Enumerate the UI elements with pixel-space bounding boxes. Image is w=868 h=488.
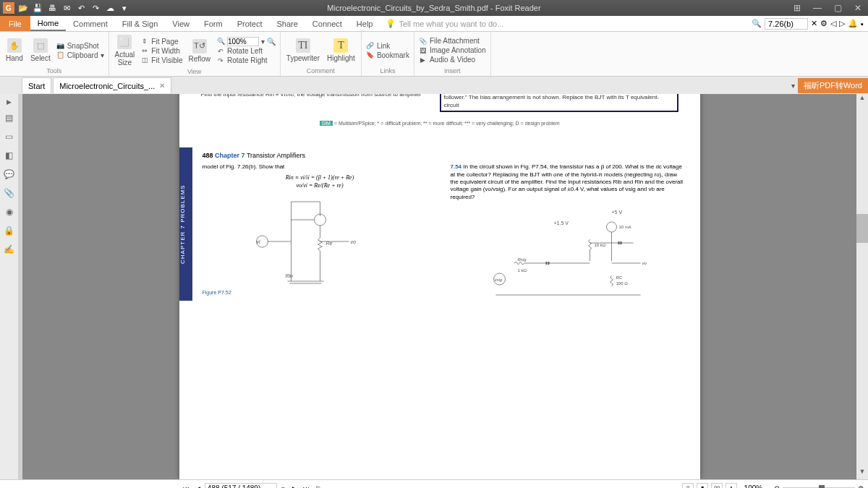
tab-comment[interactable]: Comment bbox=[66, 16, 115, 31]
pdf-convert-button[interactable]: 福昕PDF转Word bbox=[798, 78, 868, 93]
view-continuous-icon[interactable]: ▮ bbox=[697, 483, 708, 489]
tab-home[interactable]: Home bbox=[30, 16, 66, 31]
tab-protect[interactable]: Protect bbox=[230, 16, 270, 31]
tab-fill-sign[interactable]: Fill & Sign bbox=[115, 16, 166, 31]
last-page-icon[interactable]: ⏭ bbox=[302, 485, 312, 489]
rail-comments-icon[interactable]: 💬 bbox=[3, 168, 16, 181]
scroll-down-icon[interactable]: ▼ bbox=[856, 468, 868, 479]
grid-icon[interactable]: ⊞ bbox=[790, 3, 804, 13]
doc-tab-active[interactable]: Microelectronic_Circuits_... ✕ bbox=[53, 77, 171, 93]
chapter-side-tab: CHAPTER 7 PROBLEMS bbox=[179, 147, 192, 301]
rotate-left-label: Rotate Left bbox=[227, 47, 263, 55]
chapter-title: Transistor Amplifiers bbox=[247, 152, 305, 159]
hand-tool[interactable]: ✋ Hand bbox=[4, 37, 25, 64]
minimize-button[interactable]: — bbox=[810, 3, 825, 13]
rail-layers-icon[interactable]: ◧ bbox=[3, 149, 16, 162]
page-input[interactable] bbox=[205, 483, 277, 488]
select-icon: ⬚ bbox=[33, 38, 48, 53]
scrollbar-track[interactable] bbox=[856, 106, 868, 468]
qat-dropdown-icon[interactable]: ▾ bbox=[119, 2, 130, 14]
qat-email-icon[interactable]: ✉ bbox=[61, 2, 72, 14]
collapse-ribbon-icon[interactable]: ▪ bbox=[861, 20, 864, 28]
find-input[interactable] bbox=[765, 18, 808, 30]
svg-text:10 kΩ: 10 kΩ bbox=[594, 243, 605, 247]
reflow-button[interactable]: T↺ Reflow bbox=[187, 38, 212, 64]
file-attachment-button[interactable]: 📎File Attachment bbox=[419, 37, 486, 46]
fit-visible-button[interactable]: ◫Fit Visible bbox=[140, 56, 182, 64]
rail-attachments-icon[interactable]: 📎 bbox=[3, 187, 16, 200]
tab-view[interactable]: View bbox=[165, 16, 197, 31]
zoom-in-icon[interactable]: ⊕ bbox=[858, 484, 864, 488]
actual-size-button[interactable]: ⬜ Actual Size bbox=[114, 33, 137, 68]
svg-text:vi: vi bbox=[256, 239, 260, 244]
qat-print-icon[interactable]: 🖶 bbox=[46, 2, 58, 14]
dropdown-icon[interactable]: ▾ bbox=[791, 82, 795, 90]
tab-share[interactable]: Share bbox=[269, 16, 305, 31]
rotate-right-button[interactable]: ↷Rotate Right bbox=[216, 56, 276, 65]
find-next-icon[interactable]: ▷ bbox=[839, 19, 845, 28]
qat-cloud-icon[interactable]: ☁ bbox=[104, 2, 116, 14]
tab-connect[interactable]: Connect bbox=[305, 16, 349, 31]
rail-stamps-icon[interactable]: ◉ bbox=[3, 205, 16, 218]
view-book-icon[interactable]: ⫿ bbox=[726, 483, 737, 489]
link-button[interactable]: 🔗Link bbox=[366, 41, 409, 50]
bookmark-button[interactable]: 🔖Bookmark bbox=[366, 51, 409, 59]
actual-size-icon: ⬜ bbox=[117, 35, 132, 49]
typewriter-icon: TI bbox=[296, 38, 310, 53]
bell-icon[interactable]: 🔔 bbox=[848, 19, 858, 28]
rail-pages-icon[interactable]: ▤ bbox=[3, 111, 16, 124]
page-dropdown-icon[interactable]: ▾ bbox=[278, 485, 289, 489]
close-tab-icon[interactable]: ✕ bbox=[159, 82, 165, 90]
first-page-icon[interactable]: ⏮ bbox=[182, 485, 192, 489]
reflow-label: Reflow bbox=[188, 55, 210, 63]
file-tab[interactable]: File bbox=[0, 16, 30, 31]
scroll-up-icon[interactable]: ▲ bbox=[856, 94, 868, 106]
rail-signatures-icon[interactable]: ✍ bbox=[3, 243, 16, 256]
actual-size-label: Actual Size bbox=[115, 51, 135, 67]
equation-1: Rin ≡ vi/ii = (β + 1)(re + Re) bbox=[203, 174, 438, 181]
qat-save-icon[interactable]: 💾 bbox=[32, 2, 43, 14]
qat-open-icon[interactable]: 📂 bbox=[17, 2, 29, 14]
sim-note: = Multisim/PSpice; * = difficult problem… bbox=[334, 121, 560, 126]
zoom-out-icon[interactable]: −⊖ bbox=[770, 484, 780, 488]
svg-text:+1.5 V: +1.5 V bbox=[553, 221, 569, 226]
view-facing-icon[interactable]: ▯▯ bbox=[711, 483, 723, 489]
typewriter-button[interactable]: TI Typewriter bbox=[285, 37, 321, 64]
qat-redo-icon[interactable]: ↷ bbox=[90, 2, 101, 14]
doc-tab-start[interactable]: Start bbox=[22, 77, 51, 93]
scrollbar-thumb[interactable] bbox=[856, 214, 868, 243]
gear-icon[interactable]: ⚙ bbox=[820, 19, 827, 28]
find-prev-icon[interactable]: ◁ bbox=[830, 19, 836, 28]
select-tool[interactable]: ⬚ Select bbox=[29, 37, 52, 64]
tellme-search[interactable]: 💡 Tell me what you want to do... bbox=[386, 19, 503, 28]
fit-page-button[interactable]: ⇕Fit Page bbox=[140, 37, 182, 46]
tab-help[interactable]: Help bbox=[349, 16, 380, 31]
tab-form[interactable]: Form bbox=[197, 16, 230, 31]
rotate-left-button[interactable]: ↶Rotate Left bbox=[216, 47, 276, 56]
clipboard-button[interactable]: 📋Clipboard ▾ bbox=[56, 51, 104, 59]
rail-collapse-icon[interactable]: ▶ bbox=[7, 98, 12, 106]
rail-bookmarks-icon[interactable]: ▭ bbox=[3, 130, 16, 143]
view-single-icon[interactable]: ▯ bbox=[682, 483, 694, 489]
highlight-button[interactable]: T Highlight bbox=[326, 37, 357, 64]
fit-visible-icon: ◫ bbox=[140, 56, 149, 64]
rail-security-icon[interactable]: 🔒 bbox=[3, 224, 16, 237]
snapshot-button[interactable]: 📷SnapShot bbox=[56, 41, 104, 50]
next-page-icon[interactable]: ▶ bbox=[290, 485, 300, 489]
fit-width-button[interactable]: ⇔Fit Width bbox=[140, 46, 182, 55]
search-icon[interactable]: 🔍 bbox=[752, 19, 762, 28]
zoom-thumb[interactable] bbox=[819, 485, 825, 488]
zoom-value-input[interactable] bbox=[227, 37, 259, 46]
qat-undo-icon[interactable]: ↶ bbox=[75, 2, 87, 14]
page-extra-icon[interactable]: ⎘ bbox=[313, 485, 323, 489]
image-annotation-button[interactable]: 🖼Image Annotation bbox=[419, 46, 486, 55]
find-close-icon[interactable]: ✕ bbox=[811, 19, 817, 28]
svg-point-18 bbox=[606, 222, 616, 232]
circuit-figure-right: +5 V +1.5 V 10 mA 10 kΩ bbox=[451, 207, 686, 301]
audio-video-button[interactable]: ▶Audio & Video bbox=[419, 56, 486, 64]
view-group-label: View bbox=[114, 68, 276, 75]
maximize-button[interactable]: ▢ bbox=[830, 3, 845, 13]
close-button[interactable]: ✕ bbox=[851, 3, 865, 13]
zoom-input[interactable]: 🔍 ▾ 🔍 bbox=[216, 37, 276, 46]
prev-page-icon[interactable]: ◀ bbox=[193, 485, 203, 489]
